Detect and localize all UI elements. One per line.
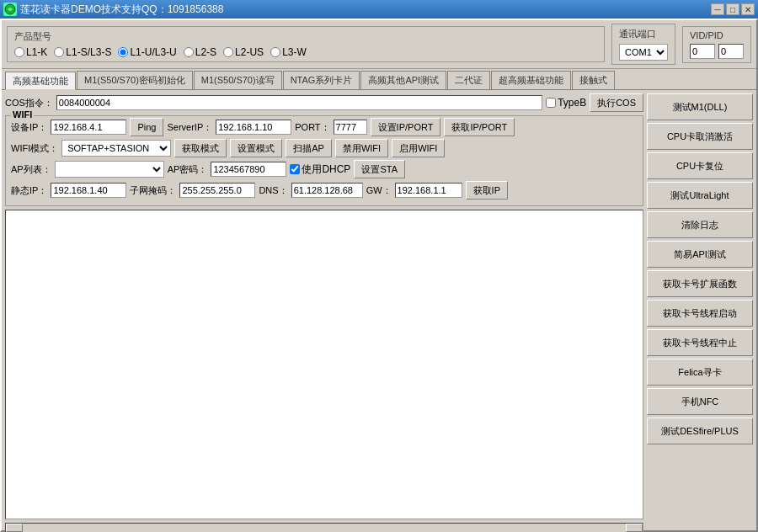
clear-log-button[interactable]: 清除日志 [647,211,753,238]
static-ip-label: 静态IP： [11,184,47,197]
port-label: PORT： [295,121,329,134]
port-input[interactable] [334,120,367,135]
title-bar: 莲花读卡器DEMO技术支持QQ：1091856388 ─ □ ✕ [0,0,758,19]
tab-uhf[interactable]: 超高频基础功能 [491,71,571,89]
window-controls: ─ □ ✕ [711,3,755,15]
radio-l2s-input[interactable] [184,47,194,57]
wifi-title: WIFI [11,109,34,120]
vid-input[interactable] [690,44,715,59]
right-panel: 测试M1(DLL) CPU卡取消激活 CPU卡复位 测试UltraLight 清… [643,93,753,532]
gw-input[interactable] [395,183,462,198]
desfire-button[interactable]: 测试DESfire/PLUS [647,418,753,444]
wifi-row-3: AP列表： AP密码： 使用DHCP 设置STA [11,160,638,178]
wifi-row-1: 设备IP： Ping ServerIP： PORT： 设置IP/PORT 获取I… [11,118,638,136]
pid-input[interactable] [718,44,744,59]
radio-l1u[interactable]: L1-U/L3-U [118,46,176,58]
ap-list-label: AP列表： [11,163,51,176]
cos-input[interactable] [56,95,542,110]
comm-label: 通讯端口 [619,28,668,40]
wifi-mode-select[interactable]: SOFTAP+STASION AP STATION [61,140,171,157]
radio-l2us[interactable]: L2-US [223,46,264,58]
content-area: COS指令： TypeB 执行COS WIFI 设备IP： Ping Serve [2,90,756,532]
subnet-input[interactable] [179,183,255,198]
tab-hf-api[interactable]: 高频其他API测试 [360,71,446,89]
typeb-checkbox-label[interactable]: TypeB [546,97,586,109]
radio-l3w-input[interactable] [270,47,280,57]
main-window: 产品型号 L1-K L1-S/L3-S L1-U/L3-U L2-S [0,19,758,532]
dns-label: DNS： [259,184,287,197]
disable-wifi-button[interactable]: 禁用WIFI [335,139,388,157]
set-sta-button[interactable]: 设置STA [354,160,405,178]
typeb-checkbox[interactable] [546,98,556,108]
tab-ntag[interactable]: NTAG系列卡片 [283,71,360,89]
nfc-button[interactable]: 手机NFC [647,388,753,415]
use-dhcp-checkbox[interactable] [290,164,300,174]
log-area[interactable] [5,210,643,519]
ping-button[interactable]: Ping [130,118,163,136]
subnet-label: 子网掩码： [130,184,176,197]
ap-list-select[interactable] [55,161,164,178]
test-ultra-button[interactable]: 测试UltraLight [647,182,753,209]
radio-l1s[interactable]: L1-S/L3-S [54,46,111,58]
wifi-group: WIFI 设备IP： Ping ServerIP： PORT： 设置IP/POR… [5,115,643,206]
radio-l2us-input[interactable] [223,47,233,57]
app-icon [3,3,17,16]
radio-l1u-input[interactable] [118,47,128,57]
get-thread-stop-button[interactable]: 获取卡号线程中止 [647,329,753,356]
server-ip-input[interactable] [216,120,291,135]
gw-label: GW： [366,184,392,197]
cpu-reset-button[interactable]: CPU卡复位 [647,152,753,179]
tab-contact[interactable]: 接触式 [572,71,615,89]
product-radio-group: L1-K L1-S/L3-S L1-U/L3-U L2-S L2-US [14,46,597,58]
scrollbar-h[interactable] [5,523,643,532]
comm-select[interactable]: COM1 COM2 COM3 [619,44,668,61]
dns-input[interactable] [291,183,363,198]
enable-wifi-button[interactable]: 启用WIFI [392,139,445,157]
vidpid-label: VID/PID [690,30,744,40]
wifi-row-4: 静态IP： 子网掩码： DNS： GW： 获取IP [11,181,638,200]
test-m1-button[interactable]: 测试M1(DLL) [647,93,753,120]
top-bar: 产品型号 L1-K L1-S/L3-S L1-U/L3-U L2-S [2,20,756,69]
minimize-button[interactable]: ─ [711,3,724,15]
radio-l1s-input[interactable] [54,47,64,57]
radio-l1k[interactable]: L1-K [14,46,47,58]
ap-password-input[interactable] [211,162,286,177]
get-mode-button[interactable]: 获取模式 [174,139,227,157]
cpu-deact-button[interactable]: CPU卡取消激活 [647,123,753,150]
get-thread-start-button[interactable]: 获取卡号线程启动 [647,300,753,327]
get-ip-button[interactable]: 获取IP [466,181,508,200]
radio-l2s[interactable]: L2-S [184,46,216,58]
maximize-button[interactable]: □ [726,3,739,15]
tab-gen2[interactable]: 二代证 [447,71,490,89]
close-button[interactable]: ✕ [741,3,755,15]
get-ip-port-button[interactable]: 获取IP/PORT [444,118,515,136]
device-ip-input[interactable] [51,120,126,135]
tab-m1-rw[interactable]: M1(S50/S70)读写 [194,71,282,89]
server-ip-label: ServerIP： [167,121,212,134]
vidpid-group: VID/PID [682,26,751,63]
ap-password-label: AP密码： [168,163,208,176]
set-mode-button[interactable]: 设置模式 [230,139,282,157]
cos-row: COS指令： TypeB 执行COS [5,93,643,112]
comm-group: 通讯端口 COM1 COM2 COM3 [611,24,675,65]
get-ext-button[interactable]: 获取卡号扩展函数 [647,270,753,297]
left-panel: COS指令： TypeB 执行COS WIFI 设备IP： Ping Serve [5,93,643,532]
tab-m1-init[interactable]: M1(S50/S70)密码初始化 [77,71,193,89]
tab-hf-basic[interactable]: 高频基础功能 [5,72,76,90]
execute-cos-button[interactable]: 执行COS [590,93,643,112]
set-ip-port-button[interactable]: 设置IP/PORT [371,118,441,136]
product-label: 产品型号 [14,30,597,43]
simple-api-button[interactable]: 简易API测试 [647,241,753,268]
product-group: 产品型号 L1-K L1-S/L3-S L1-U/L3-U L2-S [7,26,605,62]
tab-bar: 高频基础功能 M1(S50/S70)密码初始化 M1(S50/S70)读写 NT… [2,69,756,90]
use-dhcp-label[interactable]: 使用DHCP [290,162,350,177]
felica-button[interactable]: Felica寻卡 [647,359,753,386]
scan-ap-button[interactable]: 扫描AP [286,139,332,157]
title-text: 莲花读卡器DEMO技术支持QQ：1091856388 [20,3,223,17]
radio-l3w[interactable]: L3-W [270,46,307,58]
wifi-row-2: WIFI模式： SOFTAP+STASION AP STATION 获取模式 设… [11,139,638,157]
cos-label: COS指令： [5,97,53,109]
device-ip-label: 设备IP： [11,121,47,134]
static-ip-input[interactable] [51,183,126,198]
radio-l1k-input[interactable] [14,47,24,57]
